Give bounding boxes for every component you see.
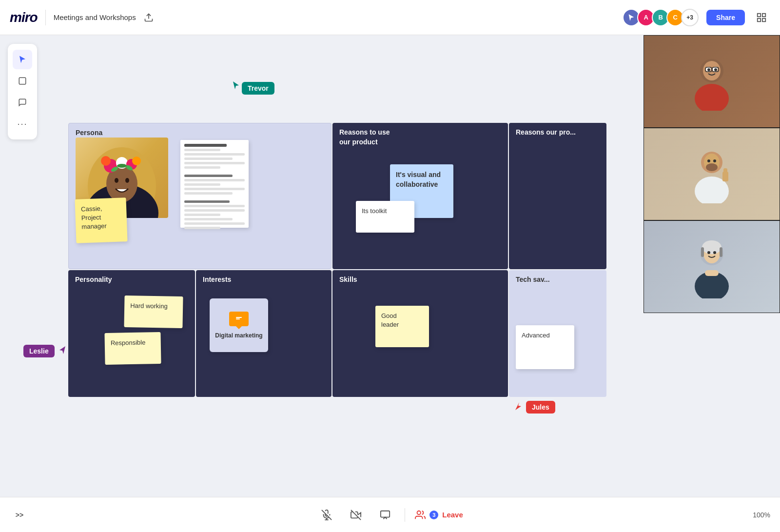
svg-point-19 [713,159,716,162]
camera-muted-button[interactable] [346,505,366,525]
document-card [180,140,249,228]
doc-line [184,153,245,156]
jules-cursor: Jules [514,401,555,414]
video-panel [644,35,780,313]
advanced-sticky: Advanced [516,325,574,369]
video-cell-3 [644,220,780,313]
doc-line [184,200,230,203]
trevor-cursor: Trevor [234,84,274,93]
doc-line [184,162,245,164]
topbar-right: A B C +3 Share [623,9,770,26]
svg-point-37 [125,178,129,183]
svg-rect-27 [701,247,704,257]
svg-point-39 [101,156,111,166]
left-sidebar: ··· [8,44,37,139]
mic-muted-button[interactable] [317,505,336,525]
doc-line [184,183,220,186]
interests-label: Interests [196,270,332,288]
svg-point-42 [132,157,141,165]
cassie-sticky: Cassie, Project manager [75,197,127,243]
doc-line [184,218,233,220]
svg-point-20 [706,163,718,171]
bottom-controls: 3 Leave [317,505,463,525]
good-leader-sticky: Good leader [375,306,429,347]
interest-label: Digital marketing [215,332,262,339]
expand-button[interactable]: >> [10,505,29,525]
trevor-label: Trevor [242,82,274,95]
share-button[interactable]: Share [706,10,745,25]
svg-point-18 [707,159,710,162]
sidebar-item-comment[interactable] [13,93,32,112]
doc-line [184,205,245,207]
doc-line [184,144,227,147]
svg-rect-1 [758,13,760,16]
leslie-label: Leslie [23,345,55,357]
svg-point-11 [714,68,717,71]
personality-label: Personality [68,270,195,288]
svg-point-15 [695,84,729,111]
topbar: miro Meetings and Workshops A B C +3 Sha… [0,0,780,35]
svg-rect-48 [236,318,240,319]
responsible-sticky: Responsible [104,332,161,365]
doc-line [184,158,233,160]
svg-point-29 [707,251,710,254]
section-reasons-right: Reasons our pro... [509,123,606,269]
jules-label: Jules [526,401,555,414]
techsav-label: Tech sav... [509,270,606,288]
toolkit-sticky: Its toolkit [356,201,414,233]
sidebar-item-more[interactable]: ··· [13,114,32,134]
menu-icon[interactable] [753,9,770,26]
zoom-level: 100% [753,511,770,519]
digital-marketing-card: Digital marketing [210,298,268,352]
doc-line [184,222,245,225]
doc-line [184,149,220,151]
doc-line [184,175,233,177]
bottom-separator [405,508,405,522]
topbar-divider [45,10,46,25]
skills-label: Skills [332,270,508,288]
doc-line [184,209,245,212]
reasons-right-label: Reasons our pro... [509,123,606,140]
svg-point-54 [417,511,421,514]
leave-label[interactable]: Leave [442,511,463,519]
svg-rect-32 [705,270,719,276]
doc-line [184,179,245,181]
doc-line [184,166,220,169]
svg-point-26 [702,240,722,254]
svg-point-45 [117,164,127,168]
participants-badge: 3 [429,511,438,519]
doc-line [184,192,233,195]
svg-point-36 [115,178,118,183]
avatar-plus: +3 [681,9,699,26]
doc-line [184,214,220,216]
svg-rect-2 [762,13,765,16]
svg-point-30 [713,251,716,254]
svg-rect-23 [723,168,727,173]
reasons-label: Reasons to use our product [332,123,508,150]
sidebar-item-sticky[interactable] [13,71,32,91]
upload-icon[interactable] [142,11,156,24]
svg-rect-3 [762,18,765,21]
leslie-cursor: Leslie [23,345,66,357]
leave-button[interactable]: 3 Leave [415,510,463,520]
miro-logo: miro [10,10,38,25]
doc-line [184,227,220,229]
video-cell-2 [644,128,780,220]
bottombar: >> [0,497,780,532]
avatar-group: A B C +3 [623,9,699,26]
svg-rect-4 [758,18,760,21]
doc-line [184,188,245,190]
svg-rect-5 [19,78,26,84]
svg-rect-47 [236,317,242,318]
board-title: Meetings and Workshops [54,13,136,21]
svg-rect-28 [720,247,722,257]
svg-point-10 [707,68,710,71]
hardworking-sticky: Hard working [124,296,183,328]
svg-rect-53 [381,511,390,517]
screen-share-button[interactable] [375,505,395,525]
sidebar-item-cursor[interactable] [13,50,32,69]
video-cell-1 [644,35,780,128]
interest-icon [229,312,249,326]
